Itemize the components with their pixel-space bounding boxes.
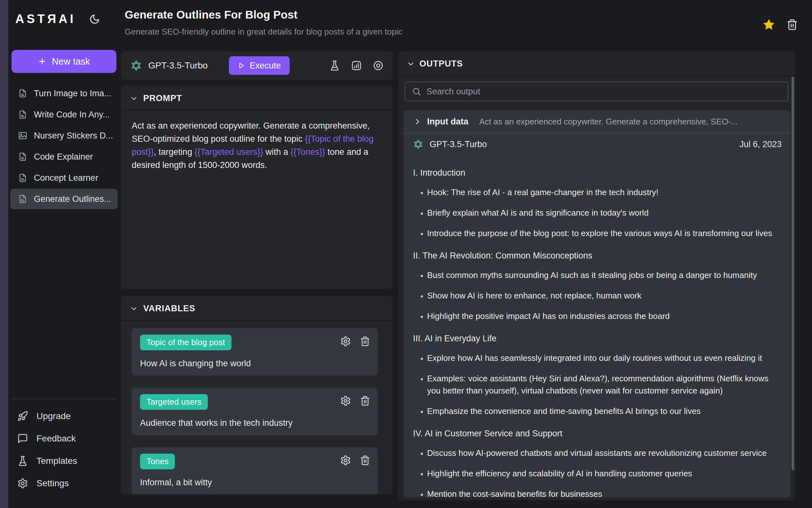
prompt-text[interactable]: Act as an experienced copywriter. Genera… [121, 110, 393, 181]
openai-logo-icon [130, 59, 143, 72]
variable-settings-gear-icon[interactable] [340, 395, 351, 406]
outline-bullet: Discuss how AI-powered chatbots and virt… [427, 447, 778, 459]
header-actions [762, 18, 798, 31]
file-icon [18, 173, 28, 183]
variable-delete-trash-icon[interactable] [360, 395, 370, 406]
stats-chart-icon[interactable] [351, 60, 362, 71]
sidebar-item-nursery-stickers[interactable]: Nursery Stickers D... [10, 125, 117, 146]
model-selector[interactable]: GPT-3.5-Turbo [148, 60, 208, 71]
toolbar-icons [329, 60, 384, 71]
sidebar-item-upgrade[interactable]: Upgrade [11, 405, 116, 427]
outline-bullet: Briefly explain what AI is and its signi… [427, 207, 778, 219]
test-flask-icon[interactable] [329, 60, 340, 71]
outline-bullet: Mention the cost-saving benefits for bus… [427, 488, 778, 498]
delete-task-icon[interactable] [786, 19, 798, 30]
task-label: Turn Image to Ima... [34, 89, 111, 98]
variable-name-badge: Tones [140, 454, 175, 469]
outline-heading: II. The AI Revolution: Common Misconcept… [413, 251, 778, 261]
sidebar-item-concept-learner[interactable]: Concept Learner [10, 168, 117, 188]
rocket-icon [17, 411, 28, 422]
image-icon [18, 131, 28, 140]
footer-label: Upgrade [37, 411, 70, 421]
sidebar-item-feedback[interactable]: Feedback [11, 427, 116, 450]
page-subtitle: Generate SEO-friendly outline in great d… [125, 27, 402, 37]
task-label: Write Code In Any... [34, 110, 110, 120]
result-outline: I. Introduction Hook: The rise of AI - a… [403, 155, 791, 498]
prompt-segment: with a [263, 147, 291, 157]
file-icon [18, 110, 28, 119]
execute-button[interactable]: Execute [229, 56, 290, 75]
play-icon [238, 62, 245, 70]
page-title: Generate Outlines For Blog Post [125, 8, 402, 21]
execute-label: Execute [250, 61, 281, 71]
sidebar-footer: Upgrade Feedback Templates Settings [11, 398, 116, 495]
task-label: Code Explainer [34, 152, 93, 162]
variable-value[interactable]: Audience that works in the tech industry [140, 418, 370, 428]
page-header: Generate Outlines For Blog Post Generate… [125, 8, 402, 37]
openai-logo-icon [413, 138, 424, 150]
outline-bullet-list: Bust common myths surrounding AI such as… [413, 269, 778, 322]
outline-bullet: Explore how AI has seamlessly integrated… [427, 352, 778, 364]
outline-bullet-list: Hook: The rise of AI - a real game-chang… [413, 186, 778, 239]
sidebar-item-turn-image[interactable]: Turn Image to Ima... [10, 83, 117, 103]
variable-card-topic: Topic of the blog post How AI is changin… [132, 328, 378, 376]
result-model-name: GPT-3.5-Turbo [430, 139, 487, 150]
sidebar-item-generate-outlines[interactable]: Generate Outlines... [10, 189, 117, 209]
file-icon [18, 152, 28, 162]
input-data-label: Input data [427, 117, 468, 127]
outline-bullet: Emphasize the convenience and time-savin… [427, 405, 778, 417]
prompt-section-title: PROMPT [143, 93, 182, 103]
chevron-right-icon [413, 117, 422, 126]
search-input[interactable] [426, 87, 781, 97]
variables-section-header[interactable]: VARIABLES [121, 296, 393, 321]
variable-delete-trash-icon[interactable] [360, 455, 370, 466]
file-icon [18, 89, 28, 98]
sidebar-item-settings[interactable]: Settings [11, 472, 116, 495]
sidebar-divider [11, 398, 116, 399]
variable-delete-trash-icon[interactable] [360, 336, 370, 347]
input-data-preview: Act as an experienced copywriter. Genera… [479, 117, 738, 127]
input-data-row[interactable]: Input data Act as an experienced copywri… [403, 110, 791, 133]
new-task-button[interactable]: New task [11, 50, 116, 73]
outputs-panel: OUTPUTS Input data Act as an experienced… [398, 51, 795, 500]
outputs-scrollbar[interactable] [792, 77, 794, 470]
app-logo: ASTЯAI [15, 12, 76, 26]
output-card: Input data Act as an experienced copywri… [403, 110, 791, 498]
footer-label: Settings [37, 478, 69, 489]
outline-bullet: Bust common myths surrounding AI such as… [427, 269, 778, 281]
prompt-variable-token: {{Tones}} [291, 147, 325, 157]
variable-settings-gear-icon[interactable] [340, 455, 351, 466]
footer-label: Feedback [37, 433, 76, 444]
flask-icon [17, 456, 28, 466]
outline-bullet: Highlight the positive impact AI has on … [427, 310, 778, 322]
prompt-section-header[interactable]: PROMPT [121, 86, 393, 110]
outline-bullet: Highlight the efficiency and scalability… [427, 467, 778, 479]
variables-section: VARIABLES Topic of the blog post How AI … [121, 296, 393, 494]
variable-card-tones: Tones Informal, a bit witty [132, 447, 378, 494]
new-task-label: New task [52, 56, 90, 67]
variable-actions [340, 455, 370, 466]
variable-settings-gear-icon[interactable] [340, 336, 351, 347]
task-label: Generate Outlines... [34, 194, 111, 204]
sidebar-item-templates[interactable]: Templates [11, 450, 116, 472]
favorite-star-icon[interactable] [762, 18, 775, 31]
prompt-section: PROMPT Act as an experienced copywriter.… [121, 86, 393, 289]
left-accent-strip [0, 0, 8, 508]
variable-name-badge: Topic of the blog post [140, 335, 232, 350]
dark-mode-toggle[interactable] [89, 14, 100, 25]
app-window: ASTЯAI New task Turn Image to Ima... Wri… [0, 0, 812, 508]
sidebar-item-code-explainer[interactable]: Code Explainer [10, 146, 117, 167]
task-label: Nursery Stickers D... [34, 131, 113, 141]
variable-value[interactable]: Informal, a bit witty [140, 478, 370, 488]
sidebar: ASTЯAI New task Turn Image to Ima... Wri… [8, 0, 121, 508]
variables-section-title: VARIABLES [143, 304, 195, 313]
variable-name-badge: Targeted users [140, 394, 208, 410]
preview-eye-icon[interactable] [373, 60, 384, 71]
variable-value[interactable]: How AI is changing the world [140, 358, 370, 369]
chevron-down-icon [130, 304, 138, 313]
outputs-section-header[interactable]: OUTPUTS [398, 51, 795, 76]
sidebar-item-write-code[interactable]: Write Code In Any... [10, 104, 117, 125]
variables-list: Topic of the blog post How AI is changin… [121, 321, 393, 494]
logo-row: ASTЯAI [15, 12, 100, 26]
result-date: Jul 6, 2023 [739, 139, 782, 150]
